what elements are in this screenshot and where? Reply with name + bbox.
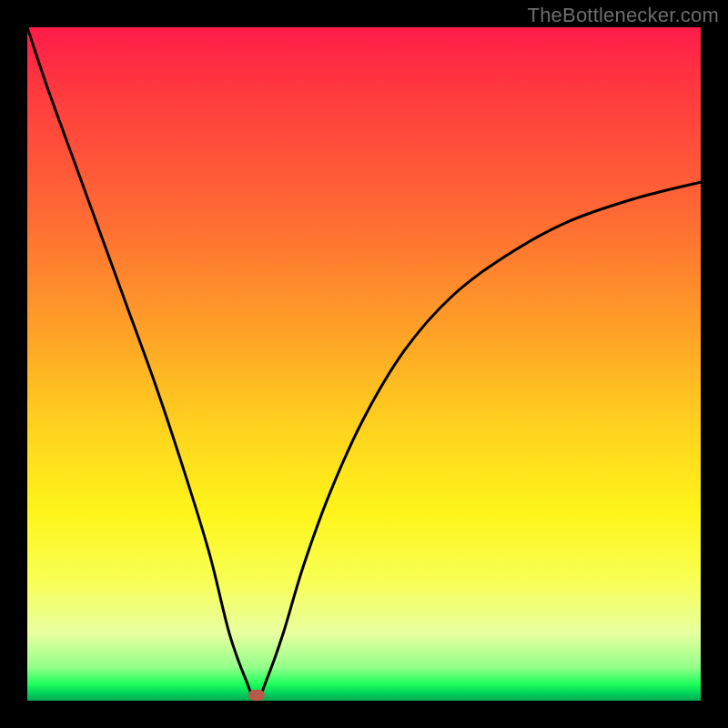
- optimal-point-marker: [248, 690, 265, 701]
- plot-area: [27, 27, 701, 701]
- watermark-text: TheBottlenecker.com: [528, 4, 719, 27]
- bottleneck-curve: [27, 27, 701, 701]
- chart-frame: TheBottlenecker.com: [0, 0, 728, 728]
